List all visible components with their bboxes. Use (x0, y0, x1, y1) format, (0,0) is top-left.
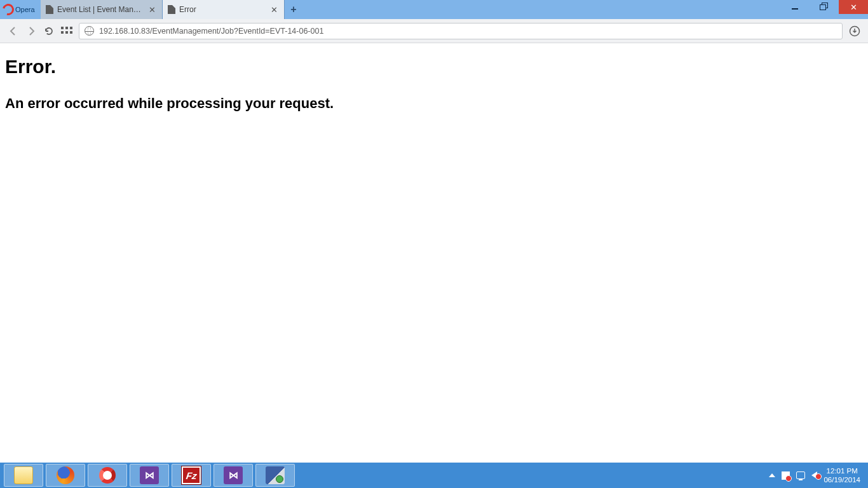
page-content: Error. An error occurred while processin… (0, 43, 868, 125)
tab-title: Event List | Event Management (57, 5, 144, 14)
opera-logo-icon (1, 2, 17, 18)
tab-event-list[interactable]: Event List | Event Management ✕ (41, 0, 163, 19)
taskbar-app-visualstudio[interactable]: ⋈ (130, 464, 169, 487)
windows-taskbar: ⋈ Fz ⋈ 12:01 PM 06/19/2014 (0, 463, 868, 488)
browser-titlebar: Opera Event List | Event Management ✕ Er… (0, 0, 868, 19)
system-tray: 12:01 PM 06/19/2014 (769, 466, 864, 485)
tray-show-hidden-icon[interactable] (769, 473, 775, 477)
page-icon (168, 5, 175, 14)
window-controls: ✕ (780, 0, 868, 14)
window-restore-button[interactable] (810, 0, 839, 14)
opera-menu-button[interactable]: Opera (0, 0, 41, 19)
tray-time: 12:01 PM (824, 466, 860, 475)
error-subheading: An error occurred while processing your … (5, 95, 863, 112)
tab-error[interactable]: Error ✕ (163, 0, 285, 19)
address-bar[interactable]: 192.168.10.83/EventManagement/Job?EventI… (79, 23, 843, 39)
firefox-icon (57, 466, 74, 484)
file-explorer-icon (14, 466, 33, 484)
nav-forward-button[interactable] (25, 25, 37, 37)
visual-studio-icon: ⋈ (140, 466, 159, 484)
taskbar-app-firefox[interactable] (46, 464, 85, 487)
tab-title: Error (179, 5, 266, 14)
url-text: 192.168.10.83/EventManagement/Job?EventI… (99, 27, 323, 36)
tab-close-button[interactable]: ✕ (269, 6, 279, 14)
tray-date: 06/19/2014 (824, 475, 860, 484)
taskbar-app-filezilla[interactable]: Fz (172, 464, 211, 487)
browser-name: Opera (15, 6, 35, 13)
tray-action-center-icon[interactable] (782, 471, 790, 480)
site-info-icon[interactable] (85, 26, 94, 36)
speed-dial-button[interactable] (61, 27, 72, 36)
tray-network-icon[interactable] (796, 471, 805, 479)
navigation-bar: 192.168.10.83/EventManagement/Job?EventI… (0, 19, 868, 43)
taskbar-app-opera[interactable] (88, 464, 127, 487)
tab-close-button[interactable]: ✕ (147, 6, 157, 14)
filezilla-icon: Fz (182, 466, 201, 484)
tray-clock[interactable]: 12:01 PM 06/19/2014 (824, 466, 860, 485)
window-close-button[interactable]: ✕ (839, 0, 868, 14)
new-tab-button[interactable]: + (285, 0, 302, 19)
nav-reload-button[interactable] (43, 25, 55, 37)
taskbar-app-visualstudio-2[interactable]: ⋈ (214, 464, 253, 487)
tray-volume-icon[interactable] (811, 471, 817, 479)
taskbar-app-explorer[interactable] (4, 464, 43, 487)
error-heading: Error. (5, 56, 863, 78)
taskbar-app-remote[interactable] (255, 464, 295, 487)
page-icon (46, 5, 53, 14)
tab-strip: Event List | Event Management ✕ Error ✕ … (41, 0, 302, 19)
remote-desktop-icon (266, 466, 285, 484)
downloads-button[interactable] (849, 25, 860, 37)
opera-icon (99, 467, 116, 484)
window-minimize-button[interactable] (780, 0, 810, 14)
visual-studio-icon: ⋈ (224, 466, 243, 484)
nav-back-button[interactable] (8, 25, 19, 37)
